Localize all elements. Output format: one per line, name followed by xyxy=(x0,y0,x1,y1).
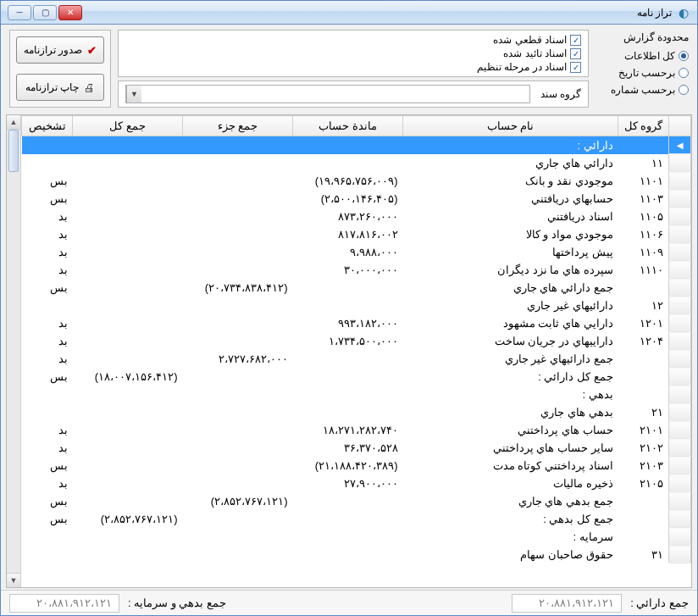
report-scope-group: محدودة گزارش کل اطلاعات برحسب تاریخ برحس… xyxy=(596,30,689,108)
button-label: چاپ ترازنامه xyxy=(25,81,79,93)
scope-option-all[interactable]: کل اطلاعات xyxy=(596,50,689,62)
filter-approved-docs[interactable]: اسناد تائید شده xyxy=(125,47,581,59)
scroll-thumb[interactable] xyxy=(8,130,19,172)
row-marker xyxy=(669,243,691,261)
table-row[interactable]: بدهي : xyxy=(22,386,691,403)
col-marker[interactable] xyxy=(669,116,691,136)
cell-name: پیش پرداختها xyxy=(403,243,618,261)
table-row[interactable]: ۳۱حقوق صاحبان سهام xyxy=(22,546,691,563)
cell-total xyxy=(73,492,183,510)
cell-sub xyxy=(183,225,293,243)
cell-diag xyxy=(22,154,73,172)
table-row[interactable]: ۱۱دارائي هاي جاري xyxy=(22,154,691,172)
table-row[interactable]: جمع کل بدهي :(۲،۸۵۲،۷۶۷،۱۲۱)بس xyxy=(22,510,691,528)
scope-title: محدودة گزارش xyxy=(596,31,689,43)
scope-option-number[interactable]: برحسب شماره xyxy=(596,84,689,96)
filter-draft-docs[interactable]: اسناد در مرحله تنظیم xyxy=(125,61,581,73)
close-button[interactable]: ✕ xyxy=(58,5,82,20)
row-marker xyxy=(669,457,691,474)
table-row[interactable]: ۲۱بدهي هاي جاري xyxy=(22,403,691,421)
table-row[interactable]: ۲۱۰۱حساب هاي پرداختني۱۸،۲۷۱،۲۸۲،۷۴۰بد xyxy=(22,421,691,439)
titlebar[interactable]: ─ ▢ ✕ تراز نامه ◐ xyxy=(1,1,697,25)
cell-group xyxy=(618,510,669,528)
scroll-track[interactable] xyxy=(7,130,20,573)
cell-sub xyxy=(183,190,293,208)
cell-total xyxy=(73,243,183,261)
table-row[interactable]: ۱۲۰۱دارایي هاي ثابت مشهود۹۹۳،۱۸۲،۰۰۰بد xyxy=(22,314,691,332)
filter-final-docs[interactable]: اسناد قطعي شده xyxy=(125,34,581,46)
row-marker xyxy=(669,279,691,297)
cell-total xyxy=(73,386,183,403)
table-row[interactable]: جمع کل دارائي :(۱۸،۰۰۷،۱۵۶،۴۱۲)بس xyxy=(22,368,691,386)
cell-balance: (۲۱،۱۸۸،۴۲۰،۳۸۹) xyxy=(293,457,403,474)
table-row[interactable]: ۱۱۰۶موجودي مواد و کالا۸۱۷،۸۱۶،۰۰۲بد xyxy=(22,225,691,243)
table-row[interactable]: ۲۱۰۳اسناد پرداختني کوتاه مدت(۲۱،۱۸۸،۴۲۰،… xyxy=(22,457,691,474)
cell-balance xyxy=(293,528,403,546)
cell-sub xyxy=(183,154,293,172)
col-sub[interactable]: جمع جزء xyxy=(183,116,293,136)
table-row[interactable]: جمع دارائیهاي غیر جاري۲،۷۲۷،۶۸۲،۰۰۰بد xyxy=(22,350,691,368)
table-row[interactable]: ۱۲دارائیهاي غیر جاري xyxy=(22,297,691,314)
cell-diag: بس xyxy=(22,510,73,528)
cell-balance: ۱،۷۳۴،۵۰۰،۰۰۰ xyxy=(293,332,403,350)
table-row[interactable]: ۱۱۱۰سپرده هاي ما نزد دیگران۳۰،۰۰۰،۰۰۰بد xyxy=(22,261,691,279)
cell-sub xyxy=(183,386,293,403)
cell-diag: بس xyxy=(22,457,73,474)
row-marker xyxy=(669,528,691,546)
doc-group-combo[interactable]: ▼ xyxy=(125,85,530,103)
table-row[interactable]: جمع بدهي هاي جاري(۲،۸۵۲،۷۶۷،۱۲۱)بس xyxy=(22,492,691,510)
col-group[interactable]: گروه کل xyxy=(618,116,669,136)
cell-total xyxy=(73,474,183,492)
cell-sub xyxy=(183,208,293,225)
export-balance-button[interactable]: ✔ صدور ترازنامه xyxy=(16,36,104,64)
print-balance-button[interactable]: 🖨 چاپ ترازنامه xyxy=(16,74,104,101)
vertical-scrollbar[interactable]: ▲ ▼ xyxy=(7,115,21,587)
cell-total xyxy=(73,279,183,297)
table-row[interactable]: ۱۱۰۵اسناد دریافتني۸۷۳،۲۶۰،۰۰۰بد xyxy=(22,208,691,225)
col-balance[interactable]: ماندة حساب xyxy=(293,116,403,136)
table-row[interactable]: ۲۱۰۵ذخیره مالیات۲۷،۹۰۰،۰۰۰بد xyxy=(22,474,691,492)
cell-balance xyxy=(293,297,403,314)
cell-sub xyxy=(183,297,293,314)
table-row[interactable]: ◄دارائي : xyxy=(22,136,691,154)
scroll-up-icon[interactable]: ▲ xyxy=(7,115,20,130)
cell-group xyxy=(618,492,669,510)
table-row[interactable]: جمع دارائي هاي جاري(۲۰،۷۳۴،۸۳۸،۴۱۲)بس xyxy=(22,279,691,297)
minimize-button[interactable]: ─ xyxy=(8,5,31,20)
maximize-button[interactable]: ▢ xyxy=(33,5,57,20)
cell-diag: بس xyxy=(22,190,73,208)
cell-diag: بد xyxy=(22,439,73,457)
cell-group: ۱۱۰۳ xyxy=(618,190,669,208)
col-total[interactable]: جمع کل xyxy=(73,116,183,136)
col-name[interactable]: نام حساب xyxy=(403,116,618,136)
cell-diag xyxy=(22,528,73,546)
table-row[interactable]: ۲۱۰۲سایر حساب هاي پرداختني۳۶،۳۷۰،۵۲۸بد xyxy=(22,439,691,457)
table-row[interactable]: سرمایه : xyxy=(22,528,691,546)
chevron-down-icon[interactable]: ▼ xyxy=(126,86,141,103)
table-row[interactable]: ۱۱۰۳حسابهاي دریافتني(۲،۵۰۰،۱۴۶،۴۰۵)بس xyxy=(22,190,691,208)
col-diag[interactable]: تشخيص xyxy=(22,116,73,136)
row-marker xyxy=(669,172,691,190)
cell-total xyxy=(73,261,183,279)
table-row[interactable]: ۱۲۰۴داراییهاي در جریان ساخت۱،۷۳۴،۵۰۰،۰۰۰… xyxy=(22,332,691,350)
balance-grid-area: ▲ ▼ گروه کل نام حساب ماندة حساب جمع جزء … xyxy=(6,114,692,588)
cell-name: دارائي هاي جاري xyxy=(403,154,618,172)
cell-total xyxy=(73,297,183,314)
cell-diag: بد xyxy=(22,314,73,332)
table-row[interactable]: ۱۱۰۱موجودي نقد و بانک(۱۹،۹۶۵،۷۵۶،۰۰۹)بس xyxy=(22,172,691,190)
cell-name: جمع دارائیهاي غیر جاري xyxy=(403,350,618,368)
balance-table: گروه کل نام حساب ماندة حساب جمع جزء جمع … xyxy=(21,115,691,563)
scroll-down-icon[interactable]: ▼ xyxy=(7,573,20,587)
cell-group: ۱۲ xyxy=(618,297,669,314)
status-assets: جمع دارائي : ۲۰،۸۸۱،۹۱۲،۱۲۱ xyxy=(512,594,689,613)
cell-total xyxy=(73,154,183,172)
cell-name: بدهي : xyxy=(403,386,618,403)
cell-balance xyxy=(293,136,403,154)
doc-group-row: گروه سند ▼ xyxy=(118,80,589,108)
table-row[interactable]: ۱۱۰۹پیش پرداختها۹،۹۸۸،۰۰۰بد xyxy=(22,243,691,261)
scope-option-date[interactable]: برحسب تاریخ xyxy=(596,67,689,79)
cell-total xyxy=(73,225,183,243)
cell-total xyxy=(73,403,183,421)
cell-sub xyxy=(183,332,293,350)
radio-icon xyxy=(679,51,689,61)
